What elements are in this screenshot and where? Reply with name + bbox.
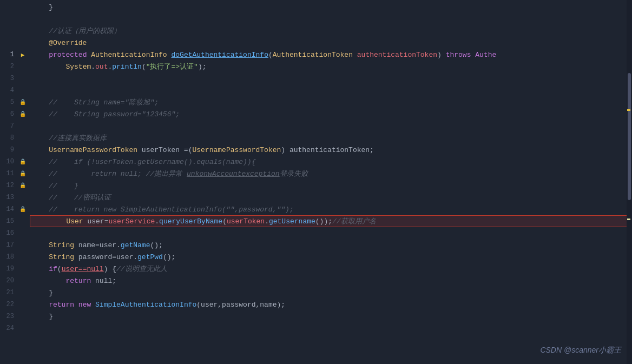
line-gutter: 1▶ 2 3 4 5🔒 6🔒 7 8 9 10🔒 11🔒 12🔒 13 14🔒 … (0, 0, 30, 364)
code-body: 1▶ 2 3 4 5🔒 6🔒 7 8 9 10🔒 11🔒 12🔒 13 14🔒 … (0, 0, 632, 364)
code-line: UsernamePasswordToken userToken =(Userna… (30, 144, 632, 156)
lock-icon-5: 🔒 (19, 99, 26, 105)
lock-icon-11: 🔒 (19, 170, 26, 177)
code-line (30, 322, 632, 334)
code-line: // //密码认证 (30, 191, 632, 203)
code-line (30, 84, 632, 96)
code-line (30, 72, 632, 84)
code-line: //连接真实数据库 (30, 132, 632, 144)
code-line: if(user==null) {//说明查无此人 (30, 263, 632, 275)
code-line (30, 227, 632, 239)
scrollbar-marker-2 (627, 219, 630, 220)
code-line: //认证（用户的权限） (30, 25, 632, 37)
vertical-scrollbar[interactable] (627, 0, 632, 364)
code-line: return new SimpleAuthenticationInfo(user… (30, 299, 632, 310)
code-line: protected AuthenticationInfo doGetAuthen… (30, 49, 632, 61)
code-line: System.out.println("执行了=>认证"); (30, 61, 632, 72)
code-editor: 1▶ 2 3 4 5🔒 6🔒 7 8 9 10🔒 11🔒 12🔒 13 14🔒 … (0, 0, 632, 364)
code-line: // String name="陈妆旭"; (30, 96, 632, 108)
breakpoint-arrow-icon: ▶ (21, 51, 25, 58)
code-line: } (30, 310, 632, 322)
code-line: // if (!userToken.getUsername().equals(n… (30, 156, 632, 168)
code-line: // return null; //抛出异常 unkonwAccountexce… (30, 168, 632, 180)
code-line: } (30, 287, 632, 299)
code-line: return null; (30, 275, 632, 287)
code-line: } (30, 1, 632, 13)
code-line: String name=user.getName(); (30, 239, 632, 251)
code-line: @Override (30, 37, 632, 49)
watermark: CSDN @scanner小霸王 (540, 346, 621, 355)
code-line: // } (30, 180, 632, 191)
scrollbar-marker (627, 109, 630, 111)
code-line: // return new SimpleAuthenticationInfo("… (30, 203, 632, 215)
code-line (30, 120, 632, 132)
code-line: String password=user.getPwd(); (30, 251, 632, 263)
lock-icon-12: 🔒 (19, 182, 26, 189)
lock-icon-6: 🔒 (19, 111, 26, 117)
code-line: // String password="123456"; (30, 108, 632, 120)
code-line (30, 13, 632, 25)
code-content: } //认证（用户的权限） @Override protected Authen… (30, 0, 632, 364)
lock-icon-14: 🔒 (19, 206, 26, 213)
highlighted-code-line: User user=userService.queryUserByName(us… (30, 215, 632, 227)
lock-icon-10: 🔒 (19, 158, 26, 165)
